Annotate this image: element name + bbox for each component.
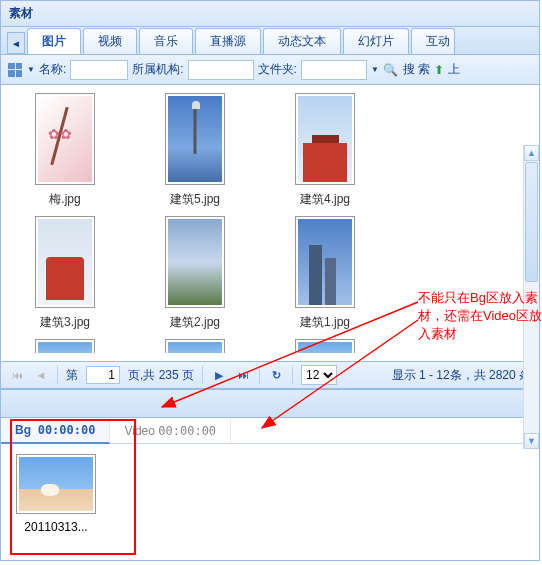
pager: ⏮ ◄ 第 页,共 235 页 ▶ ⏭ ↻ 12 显示 1 - 12条，共 28… <box>1 361 539 389</box>
thumb-item[interactable]: 建筑1.jpg <box>275 216 375 331</box>
thumb-label: 梅.jpg <box>15 191 115 208</box>
pager-page-input[interactable] <box>86 366 120 384</box>
pager-last[interactable]: ⏭ <box>235 367 251 383</box>
tabs: ◄ 图片 视频 音乐 直播源 动态文本 幻灯片 互动 <box>1 27 539 55</box>
pager-pagesize[interactable]: 12 <box>301 365 337 385</box>
tab-dynamictext[interactable]: 动态文本 <box>263 28 341 54</box>
org-input[interactable] <box>188 60 254 80</box>
org-label: 所属机构: <box>132 61 183 78</box>
upload-icon[interactable]: ⬆ <box>434 63 444 77</box>
thumb-item[interactable]: 建筑2.jpg <box>145 216 245 331</box>
tab-video[interactable]: 视频 <box>83 28 137 54</box>
pager-refresh[interactable]: ↻ <box>268 367 284 383</box>
bottom-bar <box>1 390 539 418</box>
name-input[interactable] <box>70 60 128 80</box>
name-label: 名称: <box>39 61 66 78</box>
thumb-label: 建筑2.jpg <box>145 314 245 331</box>
pager-page-prefix: 第 <box>66 367 78 384</box>
tab-scroll-left[interactable]: ◄ <box>7 32 25 54</box>
toolbar: ▼ 名称: 所属机构: 文件夹: ▼ 🔍 搜 索 ⬆ 上 <box>1 55 539 85</box>
pager-status: 显示 1 - 12条，共 2820 条 <box>392 367 531 384</box>
folder-label: 文件夹: <box>258 61 297 78</box>
panel-title: 素材 <box>1 1 539 27</box>
thumb-label: 建筑3.jpg <box>15 314 115 331</box>
search-button[interactable]: 搜 索 <box>403 61 430 78</box>
bottom-content: 20110313... <box>1 444 539 560</box>
pager-prev[interactable]: ◄ <box>33 367 49 383</box>
bg-thumb-item[interactable]: 20110313... <box>11 454 101 534</box>
tab-music[interactable]: 音乐 <box>139 28 193 54</box>
search-icon[interactable]: 🔍 <box>383 62 399 78</box>
tab-slide[interactable]: 幻灯片 <box>343 28 409 54</box>
tab-live[interactable]: 直播源 <box>195 28 261 54</box>
folder-input[interactable] <box>301 60 367 80</box>
pager-first[interactable]: ⏮ <box>9 367 25 383</box>
upload-label: 上 <box>448 61 460 78</box>
thumb-item[interactable]: 建筑4.jpg <box>275 93 375 208</box>
pager-next[interactable]: ▶ <box>211 367 227 383</box>
thumb-label: 建筑5.jpg <box>145 191 245 208</box>
thumb-label: 建筑4.jpg <box>275 191 375 208</box>
view-mode-icon[interactable] <box>7 62 23 78</box>
bg-thumb-label: 20110313... <box>11 520 101 534</box>
pager-page-suffix: 页,共 235 页 <box>128 367 194 384</box>
scroll-thumb[interactable] <box>525 162 538 282</box>
bottom-tab-bg[interactable]: Bg 00:00:00 <box>1 418 110 444</box>
view-mode-dropdown[interactable]: ▼ <box>27 65 35 74</box>
thumb-label: 建筑1.jpg <box>275 314 375 331</box>
folder-dropdown[interactable]: ▼ <box>371 65 379 74</box>
thumb-item[interactable]: 建筑3.jpg <box>15 216 115 331</box>
bottom-tabs: Bg 00:00:00 Video 00:00:00 <box>1 418 539 444</box>
tab-interactive[interactable]: 互动 <box>411 28 455 54</box>
bottom-tab-video[interactable]: Video 00:00:00 <box>110 419 231 443</box>
thumb-item[interactable]: 建筑5.jpg <box>145 93 245 208</box>
annotation-text: 不能只在Bg区放入素材，还需在Video区放入素材 <box>418 289 542 344</box>
tab-image[interactable]: 图片 <box>27 28 81 54</box>
scroll-up[interactable]: ▲ <box>524 145 539 161</box>
thumb-item[interactable]: 梅.jpg <box>15 93 115 208</box>
